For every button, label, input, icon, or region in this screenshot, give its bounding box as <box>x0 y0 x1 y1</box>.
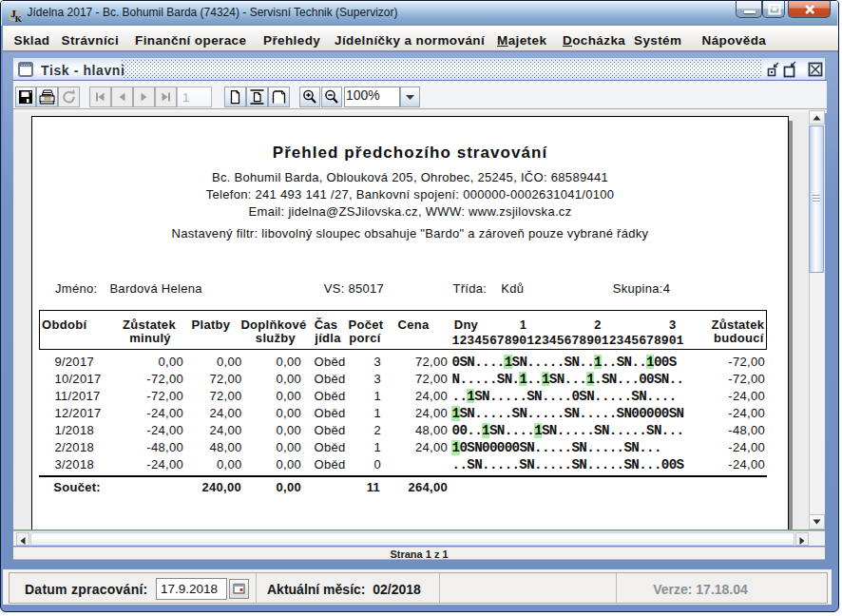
svg-text:K: K <box>15 14 22 23</box>
